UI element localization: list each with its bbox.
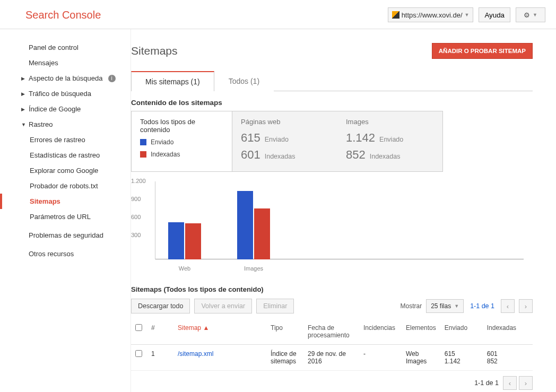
swatch-red	[140, 151, 146, 158]
chevron-down-icon: ▼	[533, 12, 537, 18]
sidebar-item-aspecto[interactable]: ▶Aspecto de la búsquedai	[0, 71, 131, 86]
caret-right-icon: ▶	[21, 76, 25, 81]
pager-next-bottom[interactable]: ›	[519, 376, 533, 390]
summary-row: Todos los tipos de contenido Enviado Ind…	[131, 111, 443, 172]
cell-incid: -	[359, 345, 402, 371]
pager-next[interactable]: ›	[519, 299, 533, 313]
chevron-right-icon: ›	[525, 302, 527, 310]
sidebar-item-errores[interactable]: Errores de rastreo	[0, 132, 131, 147]
legend-title: Todos los tipos de contenido	[140, 118, 223, 134]
sidebar-item-rastreo[interactable]: ▼Rastreo	[0, 117, 131, 132]
summary-web-title: Páginas web	[241, 118, 329, 126]
property-selector[interactable]: https://www.xovi.de/ ▼	[388, 7, 474, 22]
cell-tipo: Índice de sitemaps	[266, 345, 303, 371]
bar	[237, 191, 253, 259]
y-tick: 900	[131, 196, 141, 202]
download-button[interactable]: Descargar todo	[131, 299, 190, 313]
select-all-checkbox[interactable]	[135, 324, 142, 331]
tab-all-sitemaps[interactable]: Todos (1)	[214, 71, 274, 91]
pager-prev-bottom[interactable]: ‹	[503, 376, 517, 390]
resend-button[interactable]: Volver a enviar	[194, 299, 252, 313]
col-enviado[interactable]: Enviado	[440, 319, 483, 345]
legend-indexed: Indexadas	[140, 151, 223, 158]
add-sitemap-button[interactable]: AÑADIR O PROBAR SITEMAP	[432, 43, 533, 59]
pager-text: 1-1 de 1	[470, 302, 494, 310]
cell-elem: WebImages	[402, 345, 440, 371]
y-tick: 300	[131, 232, 141, 238]
sidebar-item-trafico[interactable]: ▶Tráfico de búsqueda	[0, 86, 131, 101]
x-label: Web	[179, 265, 190, 272]
table-title: Sitemaps (Todos los tipos de contenido)	[131, 285, 533, 293]
y-tick: 1.200	[131, 178, 146, 184]
chart: 3006009001.200WebImages	[131, 181, 524, 272]
bar	[185, 223, 201, 259]
bar	[254, 208, 270, 259]
caret-right-icon: ▶	[21, 91, 25, 97]
col-num[interactable]: #	[147, 319, 173, 345]
row-checkbox[interactable]	[135, 350, 142, 357]
bar-group	[168, 222, 201, 259]
sidebar-item-otros[interactable]: Otros recursos	[0, 246, 131, 262]
chevron-left-icon: ‹	[509, 379, 511, 387]
chevron-down-icon: ▼	[454, 303, 459, 309]
sitemap-link[interactable]: /sitemap.xml	[178, 350, 213, 358]
brand[interactable]: Search Console	[25, 9, 101, 21]
sidebar: Panel de control Mensajes ▶Aspecto de la…	[0, 29, 131, 392]
sidebar-item-panel[interactable]: Panel de control	[0, 40, 131, 55]
cell-idx: 601852	[483, 345, 533, 371]
summary-web[interactable]: Páginas web 615Enviado 601Indexadas	[232, 111, 337, 171]
settings-button[interactable]: ⚙ ▼	[516, 7, 545, 22]
col-fecha[interactable]: Fecha de procesamiento	[303, 319, 359, 345]
col-indexadas[interactable]: Indexadas	[483, 319, 533, 345]
swatch-blue	[140, 139, 146, 145]
property-url: https://www.xovi.de/	[402, 11, 463, 19]
show-label: Mostrar	[401, 302, 422, 310]
y-tick: 600	[131, 214, 141, 220]
chevron-right-icon: ›	[525, 379, 527, 387]
help-button[interactable]: Ayuda	[479, 7, 510, 22]
col-elementos[interactable]: Elementos	[402, 319, 440, 345]
chevron-down-icon: ▼	[465, 12, 470, 18]
sitemaps-table: # Sitemap ▲ Tipo Fecha de procesamiento …	[131, 319, 533, 371]
summary-legend: Todos los tipos de contenido Enviado Ind…	[132, 111, 232, 171]
cell-num: 1	[147, 345, 173, 371]
pager-text-bottom: 1-1 de 1	[474, 379, 499, 387]
sidebar-item-parametros[interactable]: Parámetros de URL	[0, 209, 131, 224]
summary-img-title: Images	[346, 118, 434, 126]
delete-button[interactable]: Eliminar	[256, 299, 294, 313]
legend-sent: Enviado	[140, 138, 223, 146]
col-sitemap[interactable]: Sitemap ▲	[173, 319, 266, 345]
sort-asc-icon: ▲	[203, 324, 209, 332]
summary-images[interactable]: Images 1.142Enviado 852Indexadas	[337, 111, 442, 171]
x-label: Images	[244, 265, 263, 272]
main-content: Sitemaps AÑADIR O PROBAR SITEMAP Mis sit…	[131, 29, 556, 392]
bar	[168, 222, 184, 259]
chevron-left-icon: ‹	[507, 302, 509, 310]
section-content-label: Contenido de los sitemaps	[131, 99, 533, 107]
caret-down-icon: ▼	[21, 122, 25, 127]
cell-fecha: 29 de nov. de 2016	[303, 345, 359, 371]
pager-prev[interactable]: ‹	[501, 299, 515, 313]
page-title: Sitemaps	[131, 45, 178, 57]
col-tipo[interactable]: Tipo	[266, 319, 303, 345]
sidebar-item-mensajes[interactable]: Mensajes	[0, 55, 131, 71]
sidebar-item-sitemaps[interactable]: Sitemaps	[0, 194, 131, 209]
rows-select[interactable]: 25 filas▼	[426, 299, 464, 313]
table-toolbar: Descargar todo Volver a enviar Eliminar …	[131, 299, 533, 313]
sidebar-item-explorar[interactable]: Explorar como Google	[0, 163, 131, 178]
gear-icon: ⚙	[524, 11, 530, 19]
sidebar-item-estadisticas[interactable]: Estadísticas de rastreo	[0, 147, 131, 163]
sidebar-item-seguridad[interactable]: Problemas de seguridad	[0, 228, 131, 243]
sidebar-item-robots[interactable]: Probador de robots.txt	[0, 178, 131, 194]
table-row: 1/sitemap.xmlÍndice de sitemaps29 de nov…	[131, 345, 533, 371]
tabs: Mis sitemaps (1) Todos (1)	[131, 71, 533, 91]
info-icon: i	[108, 75, 116, 82]
site-favicon	[392, 11, 399, 19]
bar-group	[237, 191, 270, 259]
sidebar-item-indice[interactable]: ▶Índice de Google	[0, 101, 131, 117]
cell-env: 6151.142	[440, 345, 483, 371]
tab-my-sitemaps[interactable]: Mis sitemaps (1)	[131, 71, 214, 91]
caret-right-icon: ▶	[21, 107, 25, 112]
col-incidencias[interactable]: Incidencias	[359, 319, 402, 345]
